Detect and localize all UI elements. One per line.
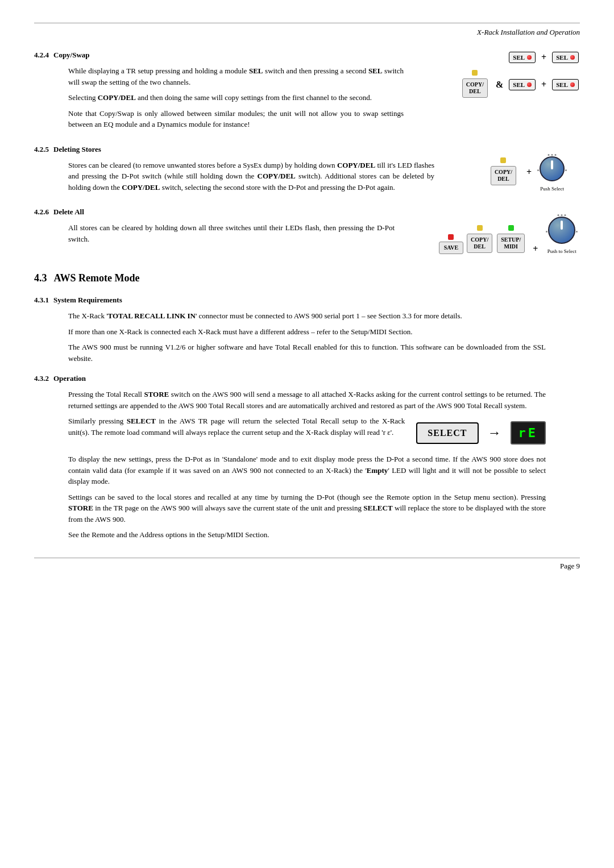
setup-btn-wrapper: SETUP/MIDI: [496, 225, 526, 254]
copydel-led-y2: [500, 157, 506, 163]
s432-p3: To display the new settings, press the D…: [68, 454, 546, 487]
display-readout: rE: [511, 421, 546, 445]
s424-content: While displaying a TR setup pressing and…: [68, 65, 404, 130]
s431-p1: The X-Rack 'TOTAL RECALL LINK IN' connec…: [68, 310, 546, 322]
s424-diagrams: SEL + SEL COPY/DEL &: [438, 51, 580, 102]
s43-title: AWS Remote Mode: [54, 272, 140, 284]
section-426: 4.2.6 Delete All All stores can be clear…: [34, 207, 580, 256]
sel-btn-4[interactable]: SEL: [552, 79, 579, 90]
s424-p3: Note that Copy/Swap is only allowed betw…: [68, 108, 404, 130]
select-diagram: SELECT → rE: [416, 421, 546, 445]
copydel-btn-1[interactable]: COPY/DEL: [462, 78, 488, 98]
copydel-led-yellow: [472, 70, 478, 76]
setup-led: [508, 225, 514, 231]
dot-tm: [551, 154, 553, 156]
s426-p1: All stores can be cleared by holding dow…: [68, 222, 395, 244]
page-footer: Page 9: [34, 558, 580, 571]
s426-content: All stores can be cleared by holding dow…: [68, 222, 395, 244]
sel-btn-3[interactable]: SEL: [509, 79, 536, 90]
dpot-container-1: [536, 153, 568, 185]
s431-p2: If more than one X-Rack is connected eac…: [68, 326, 546, 338]
s431-title: System Requirements: [53, 296, 122, 305]
s424-title: Copy/Swap: [53, 51, 90, 60]
section-424: 4.2.4 Copy/Swap While displaying a TR se…: [34, 51, 580, 135]
s432-num: 4.3.2: [34, 374, 49, 385]
s432-p2: Similarly pressing SELECT in the AWS TR …: [68, 416, 405, 438]
section-431: 4.3.1 System Requirements The X-Rack 'TO…: [34, 296, 580, 364]
setup-btn[interactable]: SETUP/MIDI: [497, 234, 525, 253]
save-btn-wrapper: SAVE: [439, 234, 463, 254]
dot-tl: [548, 154, 550, 156]
led-red-3: [527, 82, 532, 87]
copydel-diagram-row: COPY/DEL & SEL + SEL: [461, 70, 580, 99]
dpot-container-2: [545, 213, 579, 247]
section-432: 4.3.2 Operation Pressing the Total Recal…: [34, 374, 580, 541]
s43-num: 4.3: [34, 272, 47, 284]
dot-l: [537, 169, 539, 171]
section-43: 4.3 AWS Remote Mode: [34, 267, 580, 290]
s424-p1: While displaying a TR setup pressing and…: [68, 65, 404, 88]
dot-r2: [576, 231, 578, 232]
s425-num: 4.2.5: [34, 145, 49, 156]
plus-4: +: [533, 244, 538, 254]
s425-diagram: COPY/DEL +: [478, 145, 580, 194]
copydel-btn-3[interactable]: COPY/DEL: [467, 234, 492, 253]
section-425: 4.2.5 Deleting Stores Stores can be clea…: [34, 145, 580, 198]
s426-diagram: SAVE COPY/DEL SETUP/MIDI +: [438, 207, 580, 256]
dpot-wrapper-2: Push to Select: [545, 213, 579, 254]
push-to-select-label: Push to Select: [547, 248, 576, 254]
led-red-4: [570, 82, 575, 87]
s424-p2: Selecting COPY/DEL and then doing the sa…: [68, 92, 404, 103]
s425-content: Stores can be cleared (to remove unwante…: [68, 160, 434, 193]
copydel-btn-2[interactable]: COPY/DEL: [491, 166, 516, 185]
s426-num: 4.2.6: [34, 207, 49, 219]
dot-r: [565, 169, 567, 171]
sel-btn-1[interactable]: SEL: [509, 52, 536, 63]
s425-diagram-row: COPY/DEL +: [489, 153, 568, 192]
s425-p1: Stores can be cleared (to remove unwante…: [68, 160, 434, 193]
save-led: [448, 234, 454, 240]
led-red-2: [570, 55, 575, 60]
s431-p3: The AWS 900 must be running V1.2/6 or hi…: [68, 342, 546, 364]
dot-tm2: [561, 214, 563, 216]
dpot-2[interactable]: [548, 217, 575, 244]
s432-p5: See the Remote and the Address options i…: [68, 529, 546, 541]
dot-l2: [546, 231, 547, 232]
s432-select-row: Similarly pressing SELECT in the AWS TR …: [68, 416, 546, 449]
push-select-label-1: Push Select: [540, 186, 564, 192]
dot-tr: [555, 154, 557, 156]
arrow-right: →: [488, 425, 501, 441]
page-header: X-Rack Installation and Operation: [34, 28, 580, 37]
ampersand: &: [496, 80, 503, 90]
s431-num: 4.3.1: [34, 296, 49, 307]
top-rule: [34, 23, 580, 23]
dot-tr2: [565, 214, 566, 216]
plus-1: +: [541, 52, 546, 63]
copydel-btn-wrapper: COPY/DEL: [466, 225, 493, 254]
s432-p1: Pressing the Total Recall STORE switch o…: [68, 389, 546, 411]
copydel-led-y3: [477, 225, 483, 231]
s426-title: Delete All: [53, 207, 84, 217]
s432-content: Pressing the Total Recall STORE switch o…: [68, 389, 546, 541]
plus-3: +: [526, 167, 532, 177]
sel-row-1: SEL + SEL: [508, 51, 580, 64]
s431-content: The X-Rack 'TOTAL RECALL LINK IN' connec…: [68, 310, 546, 364]
dot-tl2: [558, 214, 559, 216]
s426-button-row: SAVE COPY/DEL SETUP/MIDI +: [439, 213, 579, 254]
save-btn[interactable]: SAVE: [439, 242, 463, 254]
led-red-1: [527, 55, 532, 60]
s424-num: 4.2.4: [34, 51, 49, 62]
s432-title: Operation: [53, 374, 86, 383]
dpot-1[interactable]: [540, 156, 565, 181]
s425-title: Deleting Stores: [53, 145, 101, 154]
plus-2: +: [541, 80, 546, 90]
sel-btn-2[interactable]: SEL: [552, 52, 579, 63]
select-button[interactable]: SELECT: [416, 422, 478, 444]
page: X-Rack Installation and Operation 4.2.4 …: [0, 0, 614, 868]
s432-p4: Settings can be saved to the local store…: [68, 492, 546, 525]
